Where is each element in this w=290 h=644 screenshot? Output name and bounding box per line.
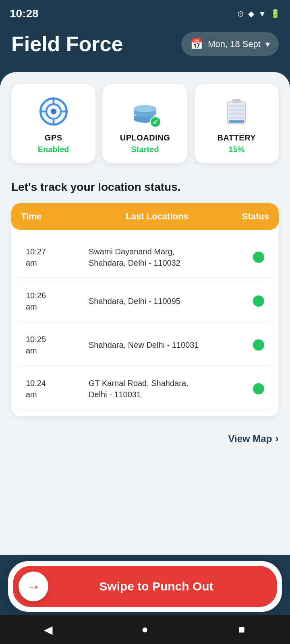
row-location-4: GT Karnal Road, Shahdara,Delhi - 110031 <box>82 378 253 400</box>
recents-button[interactable]: ■ <box>230 617 254 642</box>
row-time-3: 10:25am <box>26 334 82 356</box>
gps-icon <box>39 97 68 126</box>
wifi-icon: ▼ <box>258 9 266 19</box>
table-col-location: Last Locations <box>77 211 237 222</box>
battery-card: BATTERY 15% <box>195 84 279 163</box>
battery-icon-wrap <box>220 95 253 128</box>
date-label: Mon, 18 Sept <box>208 39 261 50</box>
gps-card: GPS Enabled <box>11 84 95 163</box>
swipe-punch-out-button[interactable]: → Swipe to Punch Out <box>13 566 277 607</box>
table-row: 10:27am Swami Dayanand Marg,Shahdara, De… <box>16 237 274 278</box>
row-status-dot-2 <box>253 295 264 307</box>
view-map-arrow-icon: › <box>275 432 279 445</box>
main-content: GPS Enabled <box>0 72 290 555</box>
uploading-icon-wrap: ✓ <box>129 95 161 128</box>
status-bar: 10:28 ⊙ ◆ ▼ 🔋 <box>0 0 290 24</box>
status-cards: GPS Enabled <box>11 84 279 163</box>
row-status-dot-4 <box>253 383 264 394</box>
row-location-1: Swami Dayanand Marg,Shahdara, Delhi - 11… <box>82 246 253 268</box>
table-col-status: Status <box>237 211 269 222</box>
row-status-dot-3 <box>253 339 264 351</box>
upload-check-icon: ✓ <box>150 116 161 128</box>
row-time-1: 10:27am <box>26 246 82 268</box>
battery-svg-icon <box>226 97 247 126</box>
status-icons: ⊙ ◆ ▼ 🔋 <box>237 9 280 19</box>
table-row: 10:25am Shahdara, New Delhi - 110031 <box>16 325 274 365</box>
battery-card-status: 15% <box>228 145 244 154</box>
status-time: 10:28 <box>10 7 39 20</box>
upload-icon: ✓ <box>129 95 161 128</box>
svg-rect-16 <box>229 120 244 123</box>
battery-card-title: BATTERY <box>217 133 256 142</box>
home-button[interactable]: ● <box>133 617 157 642</box>
punch-out-container: → Swipe to Punch Out <box>8 561 282 612</box>
gps-icon-wrap <box>37 95 70 128</box>
back-button[interactable]: ◀ <box>36 617 60 642</box>
row-location-2: Shahdara, Delhi - 110095 <box>82 295 253 307</box>
gps-card-status: Enabled <box>38 145 69 154</box>
row-time-4: 10:24am <box>26 378 82 400</box>
date-selector[interactable]: 📅 Mon, 18 Sept ▾ <box>181 32 279 56</box>
row-location-3: Shahdara, New Delhi - 110031 <box>82 339 253 351</box>
row-status-dot-1 <box>253 252 264 263</box>
battery-icon: 🔋 <box>270 9 280 19</box>
svg-rect-20 <box>229 105 244 107</box>
gps-card-title: GPS <box>45 133 62 142</box>
uploading-card: ✓ UPLOADING Started <box>103 84 187 163</box>
uploading-card-title: UPLOADING <box>120 133 170 142</box>
track-section-title: Let's track your location status. <box>11 181 279 194</box>
punch-out-label: Swipe to Punch Out <box>48 580 264 593</box>
app-header: Field Force 📅 Mon, 18 Sept ▾ <box>0 24 290 72</box>
svg-rect-15 <box>232 99 241 103</box>
table-col-time: Time <box>21 211 77 222</box>
table-row: 10:26am Shahdara, Delhi - 110095 <box>16 281 274 322</box>
punch-out-arrow-icon: → <box>26 578 41 595</box>
location-pin-icon: ⊙ <box>237 9 244 19</box>
punch-out-circle: → <box>19 572 48 601</box>
svg-point-13 <box>134 105 156 112</box>
view-map-link[interactable]: View Map › <box>11 428 279 453</box>
svg-rect-19 <box>229 109 244 111</box>
svg-rect-17 <box>229 116 244 119</box>
table-header: Time Last Locations Status <box>11 203 279 230</box>
bottom-navigation: ◀ ● ■ <box>0 615 290 644</box>
location-table: Time Last Locations Status 10:27am Swami… <box>11 203 279 416</box>
row-time-2: 10:26am <box>26 290 82 312</box>
table-row: 10:24am GT Karnal Road, Shahdara,Delhi -… <box>16 369 274 409</box>
uploading-card-status: Started <box>131 145 159 154</box>
chevron-down-icon: ▾ <box>265 39 270 50</box>
page-title: Field Force <box>11 33 123 56</box>
svg-rect-18 <box>229 113 244 115</box>
view-map-label: View Map <box>228 433 272 444</box>
table-rows: 10:27am Swami Dayanand Marg,Shahdara, De… <box>11 230 279 416</box>
svg-point-7 <box>41 99 66 124</box>
calendar-icon: 📅 <box>190 38 203 50</box>
signal-diamond-icon: ◆ <box>248 9 254 19</box>
